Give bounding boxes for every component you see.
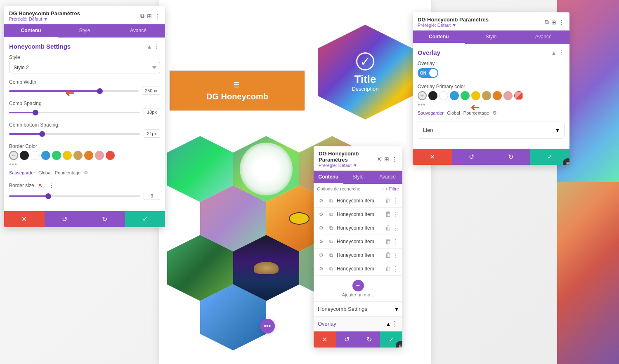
right-color-gear-icon[interactable]: ⚙: [492, 110, 497, 116]
item-gear-2[interactable]: ⚙: [317, 210, 325, 218]
filter-button[interactable]: + + Filtre: [382, 186, 399, 191]
item-copy-1[interactable]: ⧉: [327, 197, 335, 205]
right-color-yellow[interactable]: [471, 91, 480, 100]
accordion-overlay-dots[interactable]: ⋮: [392, 320, 398, 328]
left-tab-avance[interactable]: Avancé: [111, 24, 165, 38]
item-trash-6[interactable]: 🗑: [385, 265, 392, 273]
right-color-gradient[interactable]: [514, 91, 523, 100]
left-section-chevron-up[interactable]: ▴: [148, 42, 151, 50]
left-cancel-button[interactable]: ✕: [4, 211, 45, 227]
item-trash-1[interactable]: 🗑: [385, 197, 392, 205]
item-dots-5[interactable]: ⋮: [392, 251, 399, 259]
left-panel-preset[interactable]: Préréglé: Défaut ▼: [9, 16, 80, 21]
comb-width-slider[interactable]: [9, 90, 139, 92]
color-more-dots[interactable]: •••: [9, 161, 17, 168]
accordion-overlay-up[interactable]: ▴: [387, 320, 390, 328]
item-dots-6[interactable]: ⋮: [392, 265, 399, 273]
right-pourcentage-link[interactable]: Pourcentage: [463, 110, 489, 115]
color-white[interactable]: [31, 151, 40, 160]
middle-undo-button[interactable]: ↺: [336, 331, 358, 348]
middle-cancel-button[interactable]: ✕: [314, 331, 336, 348]
left-section-dots[interactable]: ⋮: [154, 42, 160, 50]
item-gear-5[interactable]: ⚙: [317, 251, 325, 259]
item-gear-4[interactable]: ⚙: [317, 237, 325, 246]
item-trash-5[interactable]: 🗑: [385, 251, 392, 259]
middle-dots-icon[interactable]: ⋮: [392, 156, 397, 162]
purple-dots-button[interactable]: •••: [260, 319, 275, 333]
left-panel-copy-icon[interactable]: ⧉: [140, 12, 144, 19]
accordion-overlay[interactable]: Overlay ▴ ⋮: [314, 316, 402, 331]
middle-grid-icon[interactable]: ⊞: [384, 156, 389, 162]
item-dots-4[interactable]: ⋮: [392, 238, 399, 246]
left-confirm-button[interactable]: ✓: [125, 211, 165, 227]
right-section-chevron-up[interactable]: ▴: [552, 49, 555, 56]
search-input[interactable]: [317, 186, 379, 191]
left-undo-button[interactable]: ↺: [45, 211, 85, 227]
item-dots-1[interactable]: ⋮: [392, 197, 399, 205]
left-panel-grid-icon[interactable]: ⊞: [147, 13, 152, 19]
style-select[interactable]: Style 2 Style 1 Style 3: [9, 62, 160, 73]
color-pink[interactable]: [95, 151, 104, 160]
right-color-pink[interactable]: [503, 91, 513, 100]
middle-tab-avance[interactable]: Avancé: [373, 171, 402, 184]
item-trash-4[interactable]: 🗑: [385, 238, 392, 246]
left-panel-dots-icon[interactable]: ⋮: [154, 13, 160, 19]
right-cancel-button[interactable]: ✕: [413, 149, 452, 165]
left-redo-button[interactable]: ↻: [85, 211, 125, 227]
accordion-honeycomb-settings[interactable]: Honeycomb Settings ▾: [314, 301, 402, 316]
right-eyedropper-swatch[interactable]: ✏: [418, 91, 427, 100]
lien-dropdown[interactable]: Lien ▾: [418, 122, 565, 139]
right-tab-style[interactable]: Style: [465, 31, 517, 44]
middle-close-icon[interactable]: ✕: [377, 156, 382, 162]
right-color-more-dots[interactable]: •••: [418, 101, 426, 108]
right-undo-button[interactable]: ↺: [452, 149, 491, 165]
item-trash-3[interactable]: 🗑: [385, 224, 392, 232]
item-gear-6[interactable]: ⚙: [317, 265, 325, 273]
right-save-color-link[interactable]: Sauvegarder: [418, 110, 444, 115]
item-gear-3[interactable]: ⚙: [317, 224, 325, 232]
item-dots-2[interactable]: ⋮: [392, 211, 399, 218]
middle-redo-button[interactable]: ↻: [358, 331, 380, 348]
overlay-toggle[interactable]: ON: [418, 68, 438, 78]
border-size-dots-icon[interactable]: ⋮: [48, 181, 55, 189]
item-copy-5[interactable]: ⧉: [327, 251, 335, 259]
right-redo-button[interactable]: ↻: [491, 149, 530, 165]
item-dots-3[interactable]: ⋮: [392, 224, 399, 232]
global-color-link[interactable]: Global: [38, 170, 52, 175]
right-color-orange[interactable]: [493, 91, 502, 100]
comb-spacing-slider[interactable]: [9, 112, 140, 113]
right-panel-preset[interactable]: Préréglé: Défaut ▼: [418, 23, 489, 28]
left-tab-style[interactable]: Style: [58, 24, 111, 38]
item-copy-2[interactable]: ⧉: [327, 210, 335, 218]
color-red-diag[interactable]: [106, 151, 115, 160]
right-color-white[interactable]: [439, 91, 448, 100]
item-gear-1[interactable]: ⚙: [317, 197, 325, 205]
middle-panel-preset[interactable]: Préréglé: Défaut ▼: [319, 163, 377, 168]
comb-bottom-slider[interactable]: [9, 133, 140, 135]
left-tab-contenu[interactable]: Contenu: [4, 24, 58, 38]
item-copy-4[interactable]: ⧉: [327, 237, 335, 246]
color-yellow[interactable]: [63, 151, 72, 160]
save-color-link[interactable]: Sauvegarder: [9, 170, 35, 175]
eyedropper-swatch[interactable]: ✏: [9, 151, 18, 160]
middle-tab-contenu[interactable]: Contenu: [314, 171, 343, 184]
color-gear-icon[interactable]: ⚙: [84, 170, 88, 176]
pourcentage-link[interactable]: Pourcentage: [55, 170, 80, 175]
right-panel-dots-icon[interactable]: ⋮: [559, 19, 565, 26]
right-panel-grid-icon[interactable]: ⊞: [551, 19, 556, 26]
color-gold[interactable]: [73, 151, 83, 160]
right-global-link[interactable]: Global: [447, 110, 460, 115]
right-tab-contenu[interactable]: Contenu: [413, 31, 465, 44]
add-item-button[interactable]: +: [352, 280, 364, 291]
right-color-gold[interactable]: [482, 91, 491, 100]
item-trash-2[interactable]: 🗑: [385, 211, 392, 218]
right-color-blue[interactable]: [450, 91, 459, 100]
color-green[interactable]: [52, 151, 61, 160]
middle-tab-style[interactable]: Style: [343, 171, 373, 184]
color-black[interactable]: [20, 151, 29, 160]
color-blue[interactable]: [41, 151, 50, 160]
item-copy-3[interactable]: ⧉: [327, 224, 335, 232]
right-color-green[interactable]: [461, 91, 470, 100]
right-panel-copy-icon[interactable]: ⧉: [545, 19, 549, 26]
right-color-black[interactable]: [428, 91, 437, 100]
